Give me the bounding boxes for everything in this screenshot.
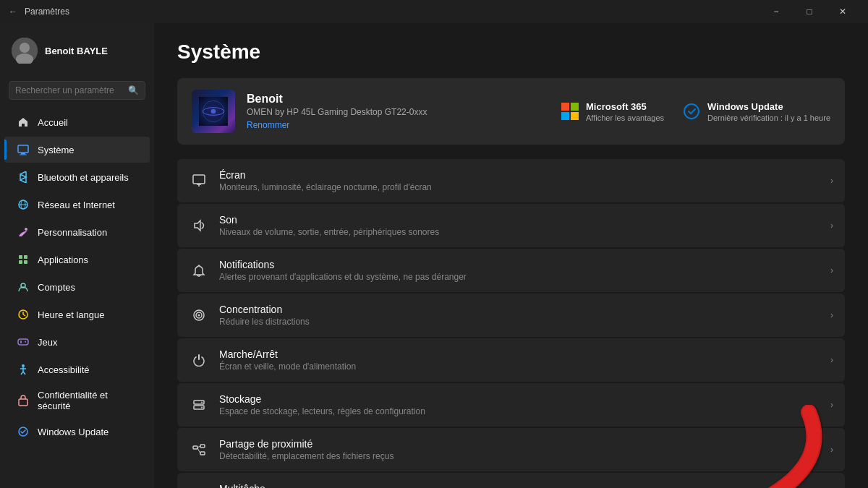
settings-item-partage[interactable]: Partage de proximité Détectabilité, empl…: [177, 428, 845, 471]
back-button[interactable]: ←: [9, 7, 17, 17]
svg-rect-41: [193, 175, 205, 184]
search-icon: 🔍: [128, 85, 139, 95]
shortcut-microsoft365[interactable]: Microsoft 365 Afficher les avantages: [560, 101, 664, 122]
settings-item-stockage[interactable]: Stockage Espace de stockage, lecteurs, r…: [177, 383, 845, 427]
system-info: Benoit OMEN by HP 45L Gaming Desktop GT2…: [247, 93, 548, 130]
accessibility-icon: [16, 362, 30, 377]
bluetooth-icon: [16, 170, 30, 184]
user-profile[interactable]: Benoit BAYLE: [0, 29, 154, 72]
svg-rect-29: [19, 399, 27, 406]
settings-item-multitache[interactable]: Multitâche Ancrer les fenêtres, bureaux,…: [177, 473, 845, 488]
sidebar-item-bluetooth[interactable]: Bluetooth et appareils: [4, 164, 150, 190]
svg-rect-54: [200, 452, 205, 455]
concentration-icon: [189, 305, 209, 325]
chevron-icon: ›: [830, 355, 833, 365]
titlebar: ← Paramètres − □ ✕: [0, 0, 868, 23]
settings-item-notifications[interactable]: Notifications Alertes provenant d'applic…: [177, 249, 845, 292]
sidebar-item-jeux[interactable]: Jeux: [4, 329, 150, 355]
chevron-icon: ›: [830, 310, 833, 320]
avatar: [12, 38, 38, 64]
shortcut-microsoft365-text: Microsoft 365 Afficher les avantages: [586, 101, 664, 122]
stockage-text: Stockage Espace de stockage, lecteurs, r…: [219, 393, 830, 416]
sidebar-item-label: Confidentialité et sécurité: [38, 390, 138, 411]
search-input[interactable]: [15, 85, 128, 95]
svg-point-1: [20, 43, 30, 53]
svg-point-47: [198, 314, 200, 317]
svg-point-9: [25, 228, 27, 231]
settings-item-marche-arret[interactable]: Marche/Arrêt Écran et veille, mode d'ali…: [177, 338, 845, 382]
chevron-icon: ›: [830, 400, 833, 410]
svg-rect-10: [19, 255, 22, 259]
sidebar-item-comptes[interactable]: Comptes: [4, 274, 150, 300]
svg-marker-44: [195, 221, 200, 231]
sharing-icon: [189, 440, 209, 460]
windows-update-icon: [16, 424, 30, 439]
system-shortcuts: Microsoft 365 Afficher les avantages Win…: [560, 101, 830, 122]
svg-rect-37: [571, 103, 579, 111]
svg-point-40: [684, 104, 699, 119]
sidebar-item-systeme[interactable]: Système: [4, 137, 150, 163]
svg-rect-52: [193, 446, 197, 449]
notifications-icon: [189, 260, 209, 281]
svg-point-50: [201, 402, 203, 403]
sidebar-item-confidentialite[interactable]: Confidentialité et sécurité: [4, 384, 150, 417]
sidebar-item-personnalisation[interactable]: Personnalisation: [4, 219, 150, 245]
svg-rect-18: [18, 339, 28, 345]
settings-item-concentration[interactable]: Concentration Réduire les distractions ›: [177, 294, 845, 337]
son-text: Son Niveaux de volume, sortie, entrée, p…: [219, 214, 830, 237]
sidebar-item-label: Jeux: [38, 337, 57, 348]
content-area: Système: [154, 23, 868, 488]
network-icon: [16, 197, 30, 212]
sidebar-item-label: Accessibilité: [38, 364, 90, 375]
time-icon: [16, 307, 30, 322]
svg-rect-53: [200, 445, 205, 448]
close-button[interactable]: ✕: [826, 0, 859, 23]
user-name: Benoit BAYLE: [45, 46, 108, 56]
sidebar: Benoit BAYLE 🔍 Accueil: [0, 23, 154, 488]
minimize-button[interactable]: −: [760, 0, 793, 23]
svg-rect-36: [561, 103, 569, 111]
concentration-text: Concentration Réduire les distractions: [219, 304, 830, 327]
svg-line-28: [23, 372, 25, 374]
sidebar-item-windows-update[interactable]: Windows Update: [4, 419, 150, 445]
svg-rect-12: [19, 260, 22, 264]
power-icon: [189, 350, 209, 370]
multitask-icon: [189, 484, 209, 488]
sidebar-item-reseau[interactable]: Réseau et Internet: [4, 192, 150, 218]
multitache-text: Multitâche Ancrer les fenêtres, bureaux,…: [219, 483, 830, 488]
computer-name: Benoit: [247, 93, 548, 106]
settings-item-son[interactable]: Son Niveaux de volume, sortie, entrée, p…: [177, 204, 845, 247]
search-box[interactable]: 🔍: [9, 81, 145, 100]
partage-text: Partage de proximité Détectabilité, empl…: [219, 438, 830, 461]
sidebar-item-label: Applications: [38, 254, 88, 265]
ecran-icon: [189, 171, 209, 191]
sidebar-item-label: Système: [38, 145, 75, 155]
sidebar-item-label: Windows Update: [38, 427, 109, 437]
gaming-icon: [16, 335, 30, 349]
chevron-icon: ›: [830, 176, 833, 186]
sidebar-item-label: Accueil: [38, 117, 68, 128]
sidebar-item-applications[interactable]: Applications: [4, 247, 150, 273]
svg-rect-38: [561, 112, 569, 120]
maximize-button[interactable]: □: [793, 0, 826, 23]
computer-model: OMEN by HP 45L Gaming Desktop GT22-0xxx: [247, 107, 548, 117]
son-icon: [189, 215, 209, 236]
privacy-icon: [16, 393, 30, 408]
sidebar-item-accueil[interactable]: Accueil: [4, 109, 150, 135]
apps-icon: [16, 252, 30, 267]
shortcut-windows-update-text: Windows Update Dernière vérification : i…: [707, 101, 830, 122]
window-controls: − □ ✕: [760, 0, 859, 23]
settings-item-ecran[interactable]: Écran Moniteurs, luminosité, éclairage n…: [177, 159, 845, 202]
sidebar-item-accessibilite[interactable]: Accessibilité: [4, 356, 150, 382]
chevron-icon: ›: [830, 265, 833, 275]
page-title: Système: [177, 40, 845, 64]
shortcut-windows-update[interactable]: Windows Update Dernière vérification : i…: [681, 101, 830, 122]
windows-update-shortcut-icon: [681, 101, 702, 121]
svg-point-33: [211, 109, 216, 114]
svg-rect-11: [24, 255, 27, 259]
microsoft365-icon: [560, 101, 580, 121]
svg-rect-4: [21, 153, 25, 155]
rename-link[interactable]: Renommer: [247, 120, 548, 130]
sidebar-item-heure[interactable]: Heure et langue: [4, 301, 150, 328]
personalization-icon: [16, 225, 30, 239]
